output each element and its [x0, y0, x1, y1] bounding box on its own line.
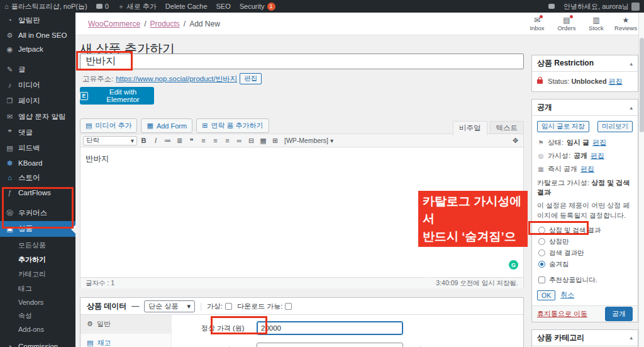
sidebar-item-comments[interactable]: ❞댓글	[0, 125, 75, 140]
radio-unchecked[interactable]	[538, 238, 545, 245]
permalink-url[interactable]: https://www.nop.social/product/반바지	[116, 74, 237, 84]
sidebar-label: 페이지	[18, 96, 40, 106]
restriction-edit-link[interactable]: 편집	[609, 77, 623, 85]
cancel-link[interactable]: 취소	[560, 290, 574, 300]
annotation-line: 카탈로그 가시성에서	[423, 193, 523, 228]
schedule-link[interactable]: 스케줄	[408, 345, 429, 347]
cartflows-icon: ƒ	[6, 190, 14, 196]
align-left-button[interactable]: ≡	[198, 136, 209, 145]
blockquote-button[interactable]: ❝	[186, 136, 197, 145]
sidebar-item-feedback[interactable]: ▤피드백	[0, 140, 75, 156]
submenu-attributes[interactable]: 속성	[0, 309, 75, 323]
sidebar-item-pages[interactable]: ❐페이지	[0, 93, 75, 109]
insert-link-button[interactable]: ∞	[234, 136, 245, 145]
status-edit-link[interactable]: 편집	[592, 138, 606, 147]
bold-button[interactable]: B	[138, 136, 149, 145]
notifications-menu[interactable]	[544, 0, 559, 13]
account-menu[interactable]: 안녕하세요, aurora님	[559, 0, 644, 13]
activity-reviews[interactable]: ★Reviews	[611, 13, 640, 35]
scrollbar[interactable]	[638, 13, 644, 347]
toolbar-toggle-button[interactable]: ▦	[258, 136, 269, 145]
activity-stock[interactable]: ▥Stock	[581, 13, 611, 35]
sidebar-item-media[interactable]: ♪미디어	[0, 77, 75, 93]
product-type-select[interactable]: 단순 상품▾	[144, 300, 195, 312]
sidebar-item-products[interactable]: ▣ 상품	[0, 221, 75, 237]
tab-visual[interactable]: 비주얼	[453, 121, 487, 135]
move-to-trash-link[interactable]: 휴지통으로 이동	[537, 309, 587, 319]
numbered-list-button[interactable]: ≣	[174, 136, 185, 145]
product-title-input[interactable]	[80, 54, 524, 69]
option-search-only[interactable]: 검색 결과만	[538, 249, 633, 258]
italic-button[interactable]: I	[150, 136, 161, 145]
visibility-edit-link[interactable]: 편집	[591, 151, 604, 161]
submenu-categories[interactable]: 카테고리	[0, 267, 75, 282]
align-center-button[interactable]: ≡	[210, 136, 221, 145]
delete-cache-menu[interactable]: Delete Cache	[161, 0, 212, 13]
option-shop-and-search[interactable]: 상점 및 검색 결과	[538, 226, 633, 235]
radio-checked[interactable]	[538, 261, 545, 268]
radio-unchecked[interactable]	[538, 249, 545, 256]
sale-price-input[interactable]	[257, 343, 403, 347]
radio-unchecked[interactable]	[538, 227, 545, 234]
scrollbar-thumb[interactable]	[640, 38, 644, 132]
virtual-label: 가상:	[207, 302, 223, 311]
sidebar-item-woocommerce[interactable]: Ⓦ우커머스	[0, 205, 75, 221]
activity-orders[interactable]: ▤Orders	[552, 13, 581, 35]
security-menu[interactable]: Security 1	[235, 0, 280, 13]
jetpack-icon: ◉	[6, 46, 14, 53]
submenu-tags[interactable]: 태그	[0, 282, 75, 296]
pin-status-icon: ⚑	[537, 139, 545, 146]
sidebar-item-dashboard[interactable]: ◔알림판	[0, 13, 75, 28]
activity-inbox[interactable]: ✉Inbox	[522, 13, 552, 35]
message-icon: ✉	[6, 113, 14, 120]
new-content-menu[interactable]: ＋ 새로 추가	[113, 0, 161, 13]
sidebar-item-kboard[interactable]: ✽KBoard	[0, 156, 75, 170]
sidebar-item-aioseo[interactable]: ⚙All in One SEO	[0, 28, 75, 42]
tab-general[interactable]: ⚙일반	[80, 315, 171, 334]
downloadable-checkbox[interactable]	[285, 303, 292, 310]
sidebar-label: 스토어	[18, 173, 40, 183]
preview-button[interactable]: 미리보기	[597, 121, 633, 132]
submenu-vendors[interactable]: Vendors	[0, 296, 75, 309]
bullet-list-button[interactable]: ≔	[162, 136, 173, 145]
sidebar-item-posts[interactable]: ✎글	[0, 62, 75, 77]
breadcrumb-products[interactable]: Products	[150, 20, 179, 28]
submenu-all-products[interactable]: 모든상품	[0, 238, 75, 253]
fullscreen-button[interactable]: ✥	[510, 136, 521, 145]
comments-menu[interactable]: 0	[92, 0, 113, 13]
paragraph-dropdown[interactable]: 단락▾	[83, 136, 137, 145]
edit-with-elementor-button[interactable]: E Edit with Elementor	[80, 87, 154, 105]
sidebar-item-sms-alert[interactable]: ✉엠샵 문자 알림	[0, 109, 75, 125]
sidebar-item-cartflows[interactable]: ƒCartFlows	[0, 186, 75, 200]
collapse-icon[interactable]: ▴	[630, 105, 633, 111]
breadcrumb-separator: /	[144, 20, 146, 28]
featured-product-row[interactable]: 추천상품입니다.	[538, 276, 633, 285]
activity-label: Reviews	[614, 25, 637, 31]
regular-price-input[interactable]	[257, 321, 403, 335]
publish-button[interactable]: 공개	[605, 307, 633, 321]
featured-checkbox[interactable]	[538, 276, 545, 283]
align-right-button[interactable]: ≡	[222, 136, 233, 145]
collapse-icon[interactable]: ▴	[630, 334, 633, 341]
seo-menu[interactable]: SEO	[212, 0, 235, 13]
breadcrumb-woocommerce[interactable]: WooCommerce	[88, 20, 140, 28]
option-shop-only[interactable]: 상점만	[538, 237, 633, 246]
site-menu[interactable]: ⌂ 플라스틱프리샵, noP(놉)	[0, 0, 92, 13]
submenu-add-new[interactable]: 추가하기	[0, 253, 75, 267]
editor-content-text: 반바지	[86, 154, 109, 163]
sidebar-item-store[interactable]: ⌂스토어	[0, 170, 75, 186]
save-draft-button[interactable]: 임시 글로 저장	[537, 121, 589, 132]
submenu-addons[interactable]: Add-ons	[0, 323, 75, 336]
option-hidden[interactable]: 숨겨짐	[538, 260, 633, 269]
read-more-button[interactable]: ⊟	[246, 136, 257, 145]
schedule-edit-link[interactable]: 편집	[580, 164, 594, 174]
tab-inventory[interactable]: ▤재고	[80, 334, 171, 347]
shortcode-button[interactable]: ⊞	[270, 136, 280, 145]
wp-members-dropdown[interactable]: [WP-Members]▾	[282, 136, 336, 145]
sidebar-item-commission[interactable]: ◕Commission	[0, 339, 75, 347]
ok-button[interactable]: OK	[537, 290, 555, 300]
sidebar-item-jetpack[interactable]: ◉Jetpack	[0, 42, 75, 56]
collapse-icon[interactable]: ▴	[630, 60, 633, 67]
virtual-checkbox[interactable]	[225, 303, 232, 310]
permalink-edit-button[interactable]: 편집	[240, 73, 262, 84]
